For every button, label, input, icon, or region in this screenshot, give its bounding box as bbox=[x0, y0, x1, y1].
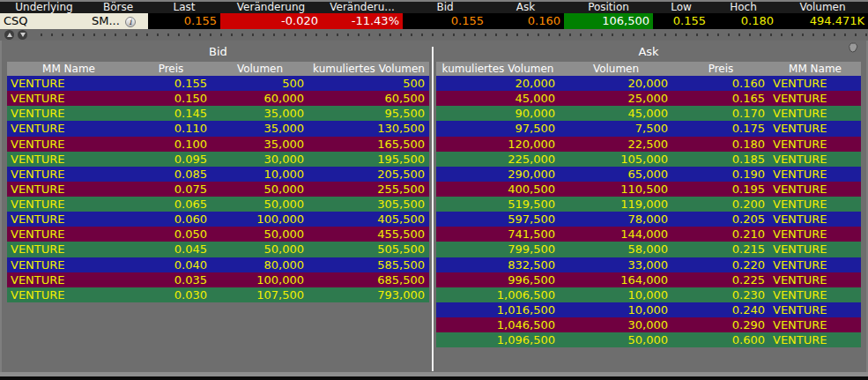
bid-col-header-cum: kumuliertes Volumen bbox=[308, 62, 429, 76]
quote-header-position[interactable]: Position bbox=[564, 2, 653, 13]
ask-row[interactable]: 1,016,50010,0000.240VENTURE bbox=[436, 302, 861, 317]
bid-cell-mm: VENTURE bbox=[7, 242, 130, 257]
quote-header-ask[interactable]: Ask bbox=[487, 2, 564, 13]
bid-col-header-volume: Volumen bbox=[211, 62, 308, 76]
bid-row[interactable]: VENTURE0.035100,000685,500 bbox=[7, 272, 429, 287]
ask-row[interactable]: 45,00025,0000.165VENTURE bbox=[436, 91, 861, 106]
ask-cell-price: 0.225 bbox=[672, 272, 769, 287]
ask-cell-mm: VENTURE bbox=[769, 332, 861, 347]
ask-row[interactable]: 799,50058,0000.215VENTURE bbox=[436, 242, 861, 257]
quote-header-bid[interactable]: Bid bbox=[403, 2, 487, 13]
info-icon[interactable]: i bbox=[125, 17, 136, 27]
ask-cell-mm: VENTURE bbox=[769, 182, 861, 197]
bid-cell-volume: 500 bbox=[211, 76, 308, 91]
quote-value-ask: 0.160 bbox=[528, 14, 560, 27]
quote-cell-position[interactable]: 106,500 bbox=[564, 13, 653, 29]
ask-row[interactable]: 741,500144,0000.210VENTURE bbox=[436, 227, 861, 242]
hand-tool-icon[interactable] bbox=[847, 41, 859, 54]
bid-cell-cum: 165,500 bbox=[308, 137, 429, 152]
ask-cell-cum: 225,000 bbox=[436, 152, 560, 167]
ask-cell-cum: 90,000 bbox=[436, 106, 560, 121]
quote-cell-low[interactable]: 0.155 bbox=[653, 13, 709, 29]
market-depth-window: UnderlyingBörseLastVeränderungVeränderu.… bbox=[0, 0, 868, 380]
scroll-down-button[interactable] bbox=[18, 30, 27, 40]
quote-cell-veraenderung[interactable]: -0.020 bbox=[220, 13, 322, 29]
quote-header-last[interactable]: Last bbox=[148, 2, 220, 13]
bid-row[interactable]: VENTURE0.030107,500793,000 bbox=[7, 287, 429, 302]
splitter-bar[interactable] bbox=[0, 29, 868, 41]
bid-row[interactable]: VENTURE0.08510,000205,500 bbox=[7, 167, 429, 182]
ask-row[interactable]: 1,006,50010,0000.230VENTURE bbox=[436, 287, 861, 302]
quote-header-boerse[interactable]: Börse bbox=[88, 2, 148, 13]
quote-cell-last[interactable]: 0.155 bbox=[148, 13, 220, 29]
quote-cell-volumen[interactable]: 494.471K bbox=[777, 13, 868, 29]
bid-cell-mm: VENTURE bbox=[7, 76, 130, 91]
ask-row[interactable]: 225,000105,0000.185VENTURE bbox=[436, 152, 861, 167]
ask-cell-volume: 164,000 bbox=[560, 272, 672, 287]
ask-row[interactable]: 1,096,50050,0000.600VENTURE bbox=[436, 332, 861, 347]
ask-cell-cum: 1,006,500 bbox=[436, 287, 560, 302]
ask-cell-mm: VENTURE bbox=[769, 242, 861, 257]
quote-cell-veraenderung-pct[interactable]: -11.43% bbox=[322, 13, 403, 29]
quote-cell-underlying[interactable]: CSQ bbox=[0, 13, 88, 29]
quote-header-veraenderung[interactable]: Veränderung bbox=[220, 2, 322, 13]
quote-cell-ask[interactable]: 0.160 bbox=[487, 13, 564, 29]
ask-row[interactable]: 400,500110,5000.195VENTURE bbox=[436, 182, 861, 197]
bid-row[interactable]: VENTURE0.05050,000455,500 bbox=[7, 227, 429, 242]
ask-col-header-mm: MM Name bbox=[769, 62, 861, 76]
ask-cell-cum: 1,096,500 bbox=[436, 332, 560, 347]
ask-row[interactable]: 90,00045,0000.170VENTURE bbox=[436, 106, 861, 121]
bid-row[interactable]: VENTURE0.06550,000305,500 bbox=[7, 197, 429, 212]
bid-row[interactable]: VENTURE0.09530,000195,500 bbox=[7, 152, 429, 167]
ask-row[interactable]: 832,50033,0000.220VENTURE bbox=[436, 257, 861, 272]
quote-cell-boerse[interactable]: SM...i bbox=[88, 13, 148, 29]
bid-cell-mm: VENTURE bbox=[7, 137, 130, 152]
bid-row[interactable]: VENTURE0.155500500 bbox=[7, 76, 429, 91]
ask-cell-cum: 120,000 bbox=[436, 137, 560, 152]
quote-header-hoch[interactable]: Hoch bbox=[709, 2, 777, 13]
ask-row[interactable]: 120,00022,5000.180VENTURE bbox=[436, 137, 861, 152]
quote-header-veraenderung-pct[interactable]: Veränderu... bbox=[322, 2, 403, 13]
ask-col-header-volume: Volumen bbox=[560, 62, 672, 76]
quote-header-underlying[interactable]: Underlying bbox=[0, 2, 88, 13]
bid-panel: Bid MM NamePreisVolumenkumuliertes Volum… bbox=[7, 41, 429, 372]
bid-cell-volume: 50,000 bbox=[211, 182, 308, 197]
quote-header-row: UnderlyingBörseLastVeränderungVeränderu.… bbox=[0, 0, 868, 13]
ask-cell-cum: 97,500 bbox=[436, 121, 560, 136]
ask-cell-cum: 799,500 bbox=[436, 242, 560, 257]
quote-value-last: 0.155 bbox=[184, 14, 217, 27]
quote-value-low: 0.155 bbox=[673, 14, 706, 27]
quote-header-low[interactable]: Low bbox=[653, 2, 709, 13]
bid-cell-cum: 455,500 bbox=[308, 227, 429, 242]
bid-cell-cum: 205,500 bbox=[308, 167, 429, 182]
bid-cell-price: 0.110 bbox=[130, 121, 211, 136]
bid-row[interactable]: VENTURE0.10035,000165,500 bbox=[7, 137, 429, 152]
bid-row[interactable]: VENTURE0.060100,000405,500 bbox=[7, 212, 429, 227]
ask-cell-volume: 58,000 bbox=[560, 242, 672, 257]
ask-row[interactable]: 996,500164,0000.225VENTURE bbox=[436, 272, 861, 287]
ask-row[interactable]: 97,5007,5000.175VENTURE bbox=[436, 121, 861, 136]
ask-row[interactable]: 1,046,50030,0000.290VENTURE bbox=[436, 317, 861, 332]
quote-value-row: CSQSM...i0.155-0.020-11.43%0.1550.160106… bbox=[0, 13, 868, 29]
quote-cell-hoch[interactable]: 0.180 bbox=[709, 13, 777, 29]
quote-header-volumen[interactable]: Volumen bbox=[777, 2, 868, 13]
bid-row[interactable]: VENTURE0.15060,00060,500 bbox=[7, 91, 429, 106]
bid-cell-price: 0.040 bbox=[130, 257, 211, 272]
ask-cell-price: 0.165 bbox=[672, 91, 769, 106]
splitter-dots-handle[interactable] bbox=[36, 30, 868, 40]
bid-row[interactable]: VENTURE0.14535,00095,500 bbox=[7, 106, 429, 121]
ask-row[interactable]: 290,00065,0000.190VENTURE bbox=[436, 167, 861, 182]
quote-cell-bid[interactable]: 0.155 bbox=[403, 13, 487, 29]
bid-row[interactable]: VENTURE0.04550,000505,500 bbox=[7, 242, 429, 257]
panel-divider[interactable] bbox=[432, 47, 434, 371]
scroll-up-button[interactable] bbox=[4, 30, 14, 40]
bid-row[interactable]: VENTURE0.11035,000130,500 bbox=[7, 121, 429, 136]
bid-cell-price: 0.145 bbox=[130, 106, 211, 121]
ask-row[interactable]: 20,00020,0000.160VENTURE bbox=[436, 76, 861, 91]
ask-row[interactable]: 597,50078,0000.205VENTURE bbox=[436, 212, 861, 227]
quote-value-boerse: SM... bbox=[92, 14, 120, 27]
bid-row[interactable]: VENTURE0.07550,000255,500 bbox=[7, 182, 429, 197]
bid-row[interactable]: VENTURE0.04080,000585,500 bbox=[7, 257, 429, 272]
bid-cell-mm: VENTURE bbox=[7, 227, 130, 242]
ask-row[interactable]: 519,500119,0000.200VENTURE bbox=[436, 197, 861, 212]
